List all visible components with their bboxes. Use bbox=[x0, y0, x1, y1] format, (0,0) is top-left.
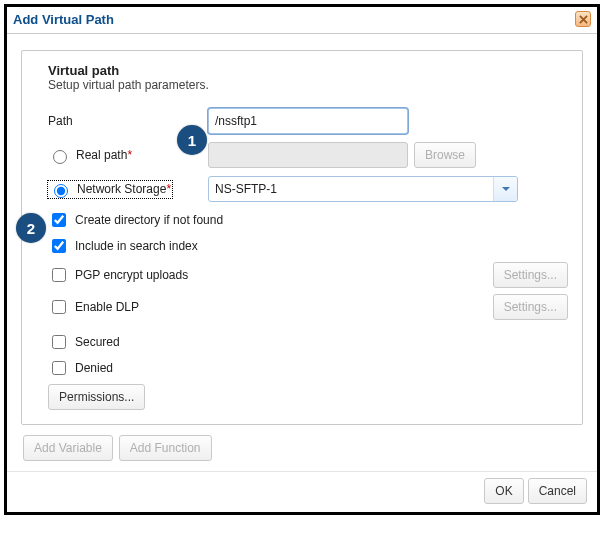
real-path-input bbox=[208, 142, 408, 168]
create-dir-checkbox[interactable] bbox=[52, 213, 66, 227]
create-dir-label: Create directory if not found bbox=[75, 213, 223, 227]
real-path-radio[interactable] bbox=[53, 150, 67, 164]
row-network-storage: Network Storage* NS-SFTP-1 bbox=[36, 176, 568, 202]
real-path-label: Real path* bbox=[76, 148, 132, 162]
close-button[interactable] bbox=[575, 11, 591, 27]
pgp-label: PGP encrypt uploads bbox=[75, 268, 188, 282]
section-subhead: Setup virtual path parameters. bbox=[36, 78, 568, 92]
close-icon bbox=[579, 15, 588, 24]
step-badge-1: 1 bbox=[177, 125, 207, 155]
dialog-content: 1 2 Virtual path Setup virtual path para… bbox=[7, 34, 597, 471]
combo-trigger[interactable] bbox=[493, 177, 517, 201]
row-real-path: Real path* Browse bbox=[36, 142, 568, 168]
chevron-down-icon bbox=[501, 184, 511, 194]
secured-checkbox[interactable] bbox=[52, 335, 66, 349]
ok-button[interactable]: OK bbox=[484, 478, 523, 504]
add-function-button: Add Function bbox=[119, 435, 212, 461]
add-variable-button: Add Variable bbox=[23, 435, 113, 461]
dlp-checkbox[interactable] bbox=[52, 300, 66, 314]
pgp-checkbox[interactable] bbox=[52, 268, 66, 282]
row-pgp: PGP encrypt uploads Settings... bbox=[36, 262, 568, 288]
row-create-dir: Create directory if not found bbox=[36, 210, 568, 230]
dialog-title: Add Virtual Path bbox=[13, 12, 114, 27]
dialog-footer: OK Cancel bbox=[7, 471, 597, 512]
network-storage-label: Network Storage* bbox=[77, 182, 171, 196]
browse-button: Browse bbox=[414, 142, 476, 168]
denied-label: Denied bbox=[75, 361, 113, 375]
row-path: Path bbox=[36, 108, 568, 134]
include-index-checkbox[interactable] bbox=[52, 239, 66, 253]
secured-label: Secured bbox=[75, 335, 120, 349]
row-dlp: Enable DLP Settings... bbox=[36, 294, 568, 320]
network-storage-value: NS-SFTP-1 bbox=[209, 182, 493, 196]
permissions-button[interactable]: Permissions... bbox=[48, 384, 145, 410]
dlp-settings-button: Settings... bbox=[493, 294, 568, 320]
lower-actions: Add Variable Add Function bbox=[21, 435, 583, 461]
row-denied: Denied bbox=[36, 358, 568, 378]
cancel-button[interactable]: Cancel bbox=[528, 478, 587, 504]
include-index-label: Include in search index bbox=[75, 239, 198, 253]
network-storage-radio[interactable] bbox=[54, 184, 68, 198]
denied-checkbox[interactable] bbox=[52, 361, 66, 375]
network-storage-combo[interactable]: NS-SFTP-1 bbox=[208, 176, 518, 202]
section-heading: Virtual path bbox=[36, 63, 568, 78]
step-badge-2: 2 bbox=[16, 213, 46, 243]
row-secured: Secured bbox=[36, 332, 568, 352]
path-label: Path bbox=[48, 114, 73, 128]
pgp-settings-button: Settings... bbox=[493, 262, 568, 288]
virtual-path-panel: 1 2 Virtual path Setup virtual path para… bbox=[21, 50, 583, 425]
dialog-titlebar: Add Virtual Path bbox=[7, 7, 597, 34]
dlp-label: Enable DLP bbox=[75, 300, 139, 314]
add-virtual-path-dialog: Add Virtual Path 1 2 Virtual path Setup … bbox=[4, 4, 600, 515]
row-include-index: Include in search index bbox=[36, 236, 568, 256]
path-input[interactable] bbox=[208, 108, 408, 134]
